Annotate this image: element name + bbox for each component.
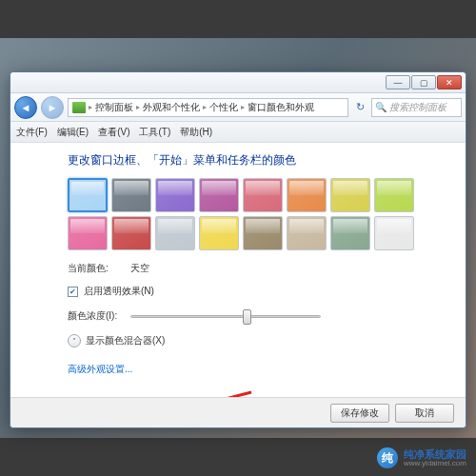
chevron-right-icon: ▸ xyxy=(136,103,140,111)
color-swatch-8[interactable] xyxy=(68,216,108,250)
watermark: 纯 纯净系统家园 www.yidaimei.com xyxy=(377,447,466,468)
color-swatch-14[interactable] xyxy=(330,216,370,250)
transparency-label[interactable]: 启用透明效果(N) xyxy=(84,285,154,298)
nav-bar: ◄ ► ▸ 控制面板 ▸ 外观和个性化 ▸ 个性化 ▸ 窗口颜色和外观 ↻ 🔍 … xyxy=(10,93,466,122)
color-swatch-0[interactable] xyxy=(68,178,108,212)
minimize-button[interactable]: ― xyxy=(386,75,410,89)
advanced-appearance-link[interactable]: 高级外观设置... xyxy=(68,363,132,376)
window-color-appearance: ― ▢ ✕ ◄ ► ▸ 控制面板 ▸ 外观和个性化 ▸ 个性化 ▸ 窗口颜色和外… xyxy=(10,71,466,428)
page-title: 更改窗口边框、「开始」菜单和任务栏的颜色 xyxy=(68,152,446,169)
intensity-label: 颜色浓度(I): xyxy=(68,309,125,323)
cancel-button[interactable]: 取消 xyxy=(395,404,454,423)
color-swatch-3[interactable] xyxy=(199,178,239,212)
mixer-label: 显示颜色混合器(X) xyxy=(86,334,165,347)
menu-file[interactable]: 文件(F) xyxy=(16,126,48,139)
watermark-logo: 纯 xyxy=(377,447,398,468)
refresh-button[interactable]: ↻ xyxy=(352,100,367,115)
color-swatch-13[interactable] xyxy=(287,216,327,250)
search-input[interactable]: 🔍 搜索控制面板 xyxy=(371,98,462,117)
menu-view[interactable]: 查看(V) xyxy=(98,126,129,139)
transparency-checkbox[interactable]: ✔ xyxy=(68,287,78,297)
watermark-url: www.yidaimei.com xyxy=(404,460,466,468)
color-swatch-10[interactable] xyxy=(155,216,195,250)
search-icon: 🔍 xyxy=(375,102,387,112)
color-mixer-toggle[interactable]: ˅ 显示颜色混合器(X) xyxy=(68,334,446,347)
color-swatch-4[interactable] xyxy=(243,178,283,212)
color-swatch-12[interactable] xyxy=(243,216,283,250)
annotation-arrow xyxy=(168,388,263,397)
menu-bar: 文件(F) 编辑(E) 查看(V) 工具(T) 帮助(H) xyxy=(10,122,466,143)
watermark-name: 纯净系统家园 xyxy=(404,448,466,460)
nav-forward-button[interactable]: ► xyxy=(41,96,64,119)
chevron-right-icon: ▸ xyxy=(89,103,92,111)
breadcrumb-root[interactable]: 控制面板 xyxy=(95,101,133,114)
nav-back-button[interactable]: ◄ xyxy=(14,96,37,119)
current-color-value: 天空 xyxy=(130,262,149,275)
color-swatch-grid xyxy=(68,178,429,250)
content-area: 更改窗口边框、「开始」菜单和任务栏的颜色 当前颜色: 天空 ✔ 启用透明效果(N… xyxy=(10,143,466,397)
color-swatch-2[interactable] xyxy=(155,178,195,212)
titlebar: ― ▢ ✕ xyxy=(10,72,466,93)
chevron-down-icon: ˅ xyxy=(68,334,81,347)
breadcrumb-level1[interactable]: 外观和个性化 xyxy=(143,101,200,114)
menu-help[interactable]: 帮助(H) xyxy=(180,126,212,139)
search-placeholder: 搜索控制面板 xyxy=(389,101,446,114)
color-swatch-1[interactable] xyxy=(111,178,151,212)
color-swatch-11[interactable] xyxy=(199,216,239,250)
chevron-right-icon: ▸ xyxy=(203,103,207,111)
color-swatch-5[interactable] xyxy=(287,178,327,212)
menu-tools[interactable]: 工具(T) xyxy=(139,126,170,139)
close-button[interactable]: ✕ xyxy=(437,75,462,89)
save-button[interactable]: 保存修改 xyxy=(330,404,389,423)
intensity-slider[interactable] xyxy=(130,307,321,325)
dialog-footer: 保存修改 取消 xyxy=(10,397,466,427)
breadcrumb-current: 窗口颜色和外观 xyxy=(248,101,314,114)
control-panel-icon xyxy=(72,102,86,113)
color-swatch-7[interactable] xyxy=(374,178,414,212)
current-color-label: 当前颜色: xyxy=(68,262,125,275)
color-swatch-6[interactable] xyxy=(330,178,370,212)
color-swatch-15[interactable] xyxy=(374,216,414,250)
breadcrumb[interactable]: ▸ 控制面板 ▸ 外观和个性化 ▸ 个性化 ▸ 窗口颜色和外观 xyxy=(68,98,348,117)
maximize-button[interactable]: ▢ xyxy=(411,75,436,89)
chevron-right-icon: ▸ xyxy=(241,103,245,111)
color-swatch-9[interactable] xyxy=(111,216,151,250)
breadcrumb-level2[interactable]: 个性化 xyxy=(209,101,238,114)
slider-thumb[interactable] xyxy=(243,309,251,325)
menu-edit[interactable]: 编辑(E) xyxy=(57,126,89,139)
